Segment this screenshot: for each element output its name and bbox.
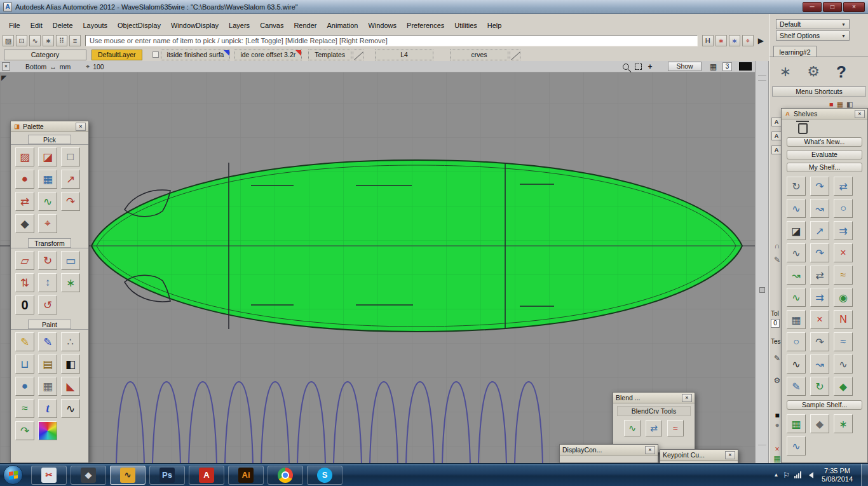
color-wheel-icon[interactable] — [38, 421, 57, 440]
curve-filter-icon[interactable]: ∿ — [29, 35, 41, 46]
droplet-icon[interactable]: ● — [15, 377, 34, 396]
snipping-tool-app[interactable]: ✂ — [31, 466, 67, 485]
pick-box-icon[interactable]: ⊡ — [16, 35, 27, 46]
photoshop-app[interactable]: Ps — [149, 466, 185, 485]
layer-tab[interactable]: crves — [450, 50, 520, 60]
shelf-tool-icon[interactable]: ∿ — [787, 436, 806, 456]
show-menu-button[interactable]: Show — [668, 62, 701, 71]
shelf-tool-icon[interactable]: ↷ — [810, 243, 829, 262]
brush-curve-icon[interactable]: ↷ — [15, 421, 34, 440]
action-center-flag-icon[interactable]: ⚐ — [783, 471, 790, 480]
network-icon[interactable] — [794, 471, 801, 478]
close-icon[interactable]: × — [76, 123, 86, 131]
shelf-tool-icon[interactable]: ▦ — [787, 414, 806, 433]
keypoint-title-bar[interactable]: Keypoint Cu... × — [660, 450, 738, 461]
canvas-sheet-icon[interactable]: ▦ — [38, 377, 57, 396]
move-icon[interactable]: ▱ — [15, 251, 34, 270]
pick-curve-icon[interactable]: ∿ — [38, 192, 57, 211]
pick-toggle-icon[interactable]: ⇄ — [15, 192, 34, 211]
cad-cube-app[interactable]: ◆ — [71, 466, 106, 485]
menu-item[interactable]: ObjectDisplay — [112, 20, 166, 31]
trash-icon[interactable] — [798, 123, 808, 134]
chrome-app[interactable] — [268, 466, 303, 485]
pick-template-icon[interactable]: □ — [61, 147, 80, 166]
promptline-run-icon[interactable]: ▶ — [756, 36, 766, 45]
layer-checkbox[interactable] — [153, 51, 159, 58]
rotate-icon[interactable]: ↻ — [38, 251, 57, 270]
bw-swatch-icon[interactable]: ◧ — [61, 354, 80, 374]
scale-icon[interactable]: ▭ — [61, 251, 80, 270]
blend-mixed-icon[interactable]: ≈ — [667, 420, 684, 436]
shelf-options-dropdown[interactable]: Shelf Options ▼ — [776, 30, 850, 41]
pan-icon[interactable]: + — [648, 62, 652, 71]
shelf-tool-icon[interactable]: ↗ — [810, 221, 829, 240]
gear-pencil-icon[interactable]: ⚙ — [803, 60, 824, 84]
pick-component-icon[interactable]: ◪ — [38, 147, 57, 166]
panel-window-a-icon[interactable]: A — [771, 145, 782, 154]
ink-pen-icon[interactable]: ✎ — [38, 332, 57, 351]
pick-cv-icon[interactable]: ▦ — [38, 170, 57, 189]
shelf-tool-icon[interactable]: ↝ — [787, 266, 806, 285]
shelf-tool-icon[interactable]: ↷ — [810, 332, 829, 351]
airbrush-icon[interactable]: ∴ — [61, 332, 80, 351]
spray-red-icon[interactable]: ∗ — [715, 35, 727, 46]
shelf-tool-icon[interactable]: ∿ — [787, 199, 806, 218]
close-icon[interactable]: × — [645, 446, 655, 454]
grid-spacing-value[interactable]: 100 — [93, 63, 104, 71]
target-icon[interactable]: ⌖ — [742, 35, 754, 46]
layer-tab[interactable]: Templates — [308, 50, 363, 60]
close-button[interactable]: × — [843, 2, 865, 12]
shelf-tool-icon[interactable]: ∿ — [834, 354, 853, 374]
pick-section-tab[interactable]: Pick — [28, 135, 71, 144]
acrobat-app[interactable]: A — [189, 466, 224, 485]
shelf-button[interactable]: My Shelf... — [787, 163, 862, 172]
maximize-button[interactable]: □ — [823, 2, 842, 12]
alias-app[interactable]: ∿ — [110, 466, 146, 485]
menu-item[interactable]: Render — [288, 20, 322, 31]
hidden-icons-chevron[interactable]: ▲ — [773, 472, 778, 478]
pane-splitter[interactable] — [755, 61, 769, 463]
minimize-button[interactable]: ─ — [803, 2, 822, 12]
shelf-tool-icon[interactable]: ↝ — [810, 354, 829, 374]
background-swatch[interactable] — [739, 62, 752, 71]
blend-arrows-icon[interactable]: ⇄ — [646, 420, 662, 436]
grid-dots-icon[interactable]: ⠿ — [56, 35, 67, 46]
nonp-scale-icon[interactable]: ↕ — [38, 273, 57, 292]
promptline-list-icon[interactable]: ≡ — [69, 35, 81, 46]
shelf-tool-icon[interactable]: ○ — [834, 199, 853, 218]
shelf-tool-icon[interactable]: ⇉ — [834, 221, 853, 240]
layer-tab[interactable]: DefaultLayer — [92, 50, 142, 60]
tolerance-value-field[interactable]: 0 — [771, 319, 780, 328]
pencil-icon[interactable]: ✎ — [15, 332, 34, 351]
eraser-icon[interactable]: ◣ — [61, 377, 80, 396]
show-desktop-button[interactable] — [861, 464, 868, 486]
promptline-input[interactable] — [85, 35, 698, 46]
pick-point-icon[interactable]: ● — [15, 170, 34, 189]
texture-brush-icon[interactable]: ▤ — [38, 354, 57, 374]
shelf-tool-icon[interactable]: ○ — [787, 332, 806, 351]
layer-tab[interactable]: ide core offset 3.2r — [234, 50, 302, 60]
text-tool-icon[interactable]: t — [38, 399, 57, 418]
shelf-tool-icon[interactable]: ↻ — [787, 177, 806, 196]
pick-object-icon[interactable]: ▨ — [15, 147, 34, 166]
menu-item[interactable]: Animation — [322, 20, 363, 31]
shelf-tool-icon[interactable]: ∿ — [787, 354, 806, 374]
spray-blue-icon[interactable]: ∗ — [729, 35, 740, 46]
viewport-close-icon[interactable]: × — [2, 62, 10, 71]
shelf-tool-icon[interactable]: ↝ — [810, 199, 829, 218]
menu-item[interactable]: File — [4, 20, 25, 31]
move-cv-icon[interactable]: ⇅ — [15, 273, 34, 292]
zero-transform-icon[interactable]: 0 — [15, 295, 34, 314]
shelf-tool-icon[interactable]: ∿ — [787, 288, 806, 307]
shelf-tool-icon[interactable]: ⇄ — [810, 266, 829, 285]
box-zoom-icon[interactable] — [635, 64, 642, 70]
shelf-tool-icon[interactable]: ↻ — [810, 377, 829, 396]
snap-star-icon[interactable]: ∗ — [43, 35, 54, 46]
shelf-tool-icon[interactable]: ∗ — [834, 414, 853, 433]
view-name-label[interactable]: Bottom — [25, 63, 46, 71]
axis-swap-icon[interactable]: ↔ — [50, 63, 57, 71]
shelf-tool-icon[interactable]: ⇉ — [810, 288, 829, 307]
pick-focus-icon[interactable]: ⌖ — [38, 214, 57, 233]
wheel-icon[interactable]: ∗ — [775, 60, 796, 84]
palette-title-bar[interactable]: ◨ Palette × — [11, 121, 88, 132]
